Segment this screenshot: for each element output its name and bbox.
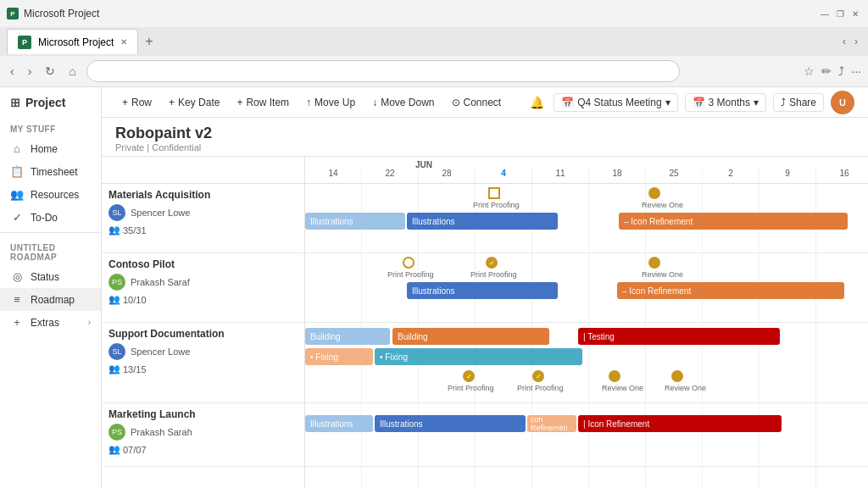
bar-icon-ref-light-4: con Refinemen [527,415,576,432]
milestone-dot-2: ✓ [486,257,498,269]
home-btn[interactable]: ⌂ [65,63,79,80]
sidebar-item-extras[interactable]: + Extras › [0,311,101,334]
apps-icon[interactable]: ⊞ [10,96,20,109]
roadmap-subtitle: Private | Confidential [115,142,854,152]
milestone-pp-dot-3a: ✓ [463,370,475,382]
sidebar-item-home[interactable]: ⌂ Home [0,137,101,160]
sidebar-item-timesheet[interactable]: 📋 Timesheet [0,160,101,183]
milestone-pp-3a: ✓ Print Proofing [463,370,475,382]
chevron-down2-icon: ▾ [754,97,759,108]
bar-testing-3: | Testing [578,328,780,345]
row-btn[interactable]: + Row [115,94,159,111]
app-icon: P [7,8,19,19]
new-tab-btn[interactable]: + [142,34,156,49]
calendar2-icon: 📅 [693,97,705,108]
group-3-count: 👥 13/15 [108,363,298,374]
sidebar-resources-label: Resources [31,189,79,201]
date-22: 22 [362,169,419,184]
milestone-label-1: Print Proofing [473,201,520,209]
title-bar-controls: — ❐ ✕ [819,8,861,19]
milestone-ro-3b: Review One [671,370,683,382]
browser-actions: ☆ ✏ ⤴ ··· [804,64,861,78]
share-browser-icon[interactable]: ⤴ [838,64,844,78]
connect-btn[interactable]: ⊙ Connect [445,94,509,111]
user-avatar[interactable]: U [831,91,854,114]
group-3-left: Support Documentation SL Spencer Lowe 👥 … [102,323,304,403]
collections-icon[interactable]: ✏ [821,64,832,78]
connect-icon: ⊙ [452,97,460,108]
toolbar-right: 🔔 📅 Q4 Status Meeting ▾ 📅 3 Months ▾ ⤴ S… [527,91,854,114]
sidebar-item-roadmap[interactable]: ≡ Roadmap [0,288,101,311]
milestone-dot-review-2 [648,257,660,269]
sidebar-item-todo[interactable]: ✓ To-Do [0,206,101,229]
forward-btn[interactable]: › [25,63,36,80]
bar-building-orange-3: Building [392,328,549,345]
refresh-btn[interactable]: ↻ [42,63,58,80]
group-2-bars: Print Proofing ✓ Print Proofing R [305,253,868,323]
group-4-count-val: 07/07 [123,445,147,455]
group-2-person: PS Prakash Saraf [108,274,298,291]
tab-back-arrow[interactable]: ‹ [839,34,849,49]
group-1-left: Materials Acquisition SL Spencer Lowe 👥 … [102,184,304,253]
milestone-label-review-2: Review One [642,270,683,279]
group-3-avatar: SL [108,343,125,360]
date-9: 9 [760,169,816,184]
tab-close-btn[interactable]: ✕ [120,37,127,47]
notification-icon[interactable]: 🔔 [527,93,547,112]
date-18: 18 [589,169,646,184]
back-btn[interactable]: ‹ [7,63,18,80]
resources-icon: 👥 [10,188,24,201]
address-input[interactable] [86,60,680,82]
group-1-avatar: SL [108,204,125,221]
sidebar-timesheet-label: Timesheet [31,166,78,178]
key-date-btn[interactable]: + Key Date [162,94,226,111]
group-2-count: 👥 10/10 [108,294,298,305]
milestone-print-proofing-2: ✓ Print Proofing [486,257,498,269]
browser-tab[interactable]: P Microsoft Project ✕ [7,29,138,54]
left-header-spacer [102,157,305,184]
months-btn[interactable]: 📅 3 Months ▾ [685,93,766,112]
bar-building-light-3: Building [305,328,390,345]
date-11: 11 [532,169,589,184]
sidebar: ⊞ Project MY STUFF ⌂ Home 📋 Timesheet 👥 … [0,87,102,488]
group-1-person-name: Spencer Lowe [131,208,190,218]
share-btn[interactable]: ⤴ Share [773,93,824,112]
status-icon: ◎ [10,270,24,283]
chevron-right-icon: › [88,318,91,327]
group-3-person-name: Spencer Lowe [131,347,190,357]
milestone-ro-dot-3b [671,370,683,382]
roadmap-title: Robopaint v2 [115,125,854,142]
sidebar-todo-label: To-Do [31,212,58,224]
gantt-left-labels: Materials Acquisition SL Spencer Lowe 👥 … [102,184,305,488]
more-icon[interactable]: ··· [851,64,861,78]
app-container: ⊞ Project MY STUFF ⌂ Home 📋 Timesheet 👥 … [0,87,868,488]
tab-forward-arrow[interactable]: › [851,34,861,49]
maximize-btn[interactable]: ❐ [834,8,846,19]
sidebar-item-status[interactable]: ◎ Status [0,265,101,288]
home-icon: ⌂ [10,142,24,155]
row-item-btn[interactable]: + Row Item [230,94,296,111]
people-icon-4: 👥 [108,444,120,455]
bar-illustrations-blue-4: Illustrations [375,415,526,432]
group-2-count-val: 10/10 [123,295,147,305]
calendar-icon: 📅 [561,97,574,108]
close-btn[interactable]: ✕ [849,8,861,19]
favorites-icon[interactable]: ☆ [804,64,815,78]
date-4: 4 [476,169,532,184]
group-4-avatar: PS [108,424,125,441]
milestone-label-review-1: Review One [642,201,683,209]
milestone-dot-1 [488,187,500,199]
people-icon-3: 👥 [108,363,120,374]
move-up-btn[interactable]: ↑ Move Up [299,94,362,111]
sidebar-item-resources[interactable]: 👥 Resources [0,183,101,206]
group-1-title: Materials Acquisition [108,189,298,201]
move-down-btn[interactable]: ↓ Move Down [365,94,441,111]
bar-illustrations-blue-2: Illustrations [407,282,558,299]
bar-illustrations-light-1: Illustrations [305,213,405,230]
group-3-title: Support Documentation [108,328,298,340]
chevron-down-icon: ▾ [665,97,670,108]
sidebar-home-label: Home [31,143,58,155]
status-meeting-btn[interactable]: 📅 Q4 Status Meeting ▾ [554,93,677,112]
minimize-btn[interactable]: — [819,8,831,19]
roadmap-header: Robopaint v2 Private | Confidential [102,118,868,157]
